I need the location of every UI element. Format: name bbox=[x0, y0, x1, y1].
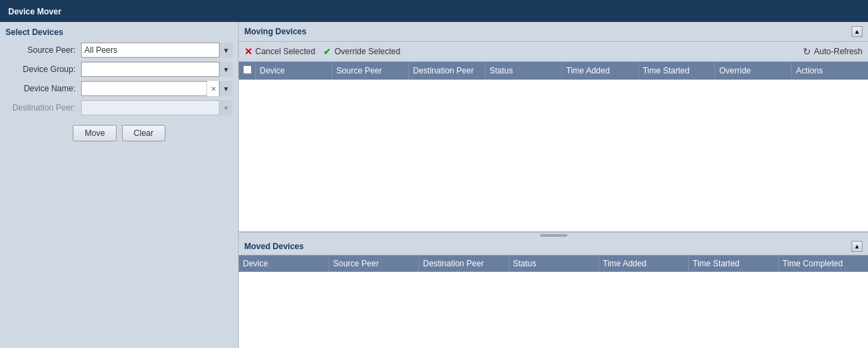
moved-devices-table-container: Device Source Peer Destination Peer Stat… bbox=[239, 255, 868, 348]
col-destination-peer: Destination Peer bbox=[408, 62, 485, 80]
moving-devices-table-header: Device Source Peer Destination Peer Stat… bbox=[239, 62, 868, 80]
moved-devices-table-header: Device Source Peer Destination Peer Stat… bbox=[239, 255, 868, 272]
destination-peer-input bbox=[81, 100, 233, 115]
col-override: Override bbox=[715, 62, 792, 80]
clear-button[interactable]: Clear bbox=[122, 125, 165, 141]
device-name-label: Device Name: bbox=[5, 84, 81, 93]
auto-refresh-button[interactable]: ↻ Auto-Refresh bbox=[803, 46, 863, 57]
select-all-checkbox[interactable] bbox=[243, 65, 252, 74]
left-panel: Select Devices Source Peer: All Peers ▼ … bbox=[0, 22, 239, 348]
source-peer-select[interactable]: All Peers bbox=[81, 43, 233, 58]
source-peer-row: Source Peer: All Peers ▼ bbox=[5, 43, 233, 58]
app-title-bar: Device Mover bbox=[0, 0, 868, 22]
override-selected-button[interactable]: ✔ Override Selected bbox=[323, 46, 400, 57]
device-group-select-wrapper: ▼ bbox=[81, 62, 233, 77]
toolbar-left: ✕ Cancel Selected ✔ Override Selected bbox=[244, 46, 400, 57]
moving-devices-collapse-btn[interactable]: ▲ bbox=[852, 26, 863, 37]
moving-devices-section: Moving Devices ▲ ✕ Cancel Selected ✔ Ove… bbox=[239, 22, 868, 233]
moved-col-device: Device bbox=[239, 255, 329, 272]
cancel-selected-icon: ✕ bbox=[244, 46, 253, 57]
moved-col-source-peer: Source Peer bbox=[329, 255, 419, 272]
col-device: Device bbox=[255, 62, 332, 80]
moved-devices-section: Moved Devices ▲ Device Source Peer Desti… bbox=[239, 238, 868, 348]
move-button[interactable]: Move bbox=[73, 125, 116, 141]
device-group-select[interactable] bbox=[81, 62, 233, 77]
moving-devices-header: Moving Devices ▲ bbox=[239, 22, 868, 42]
moving-devices-title: Moving Devices bbox=[244, 27, 307, 36]
app-title: Device Mover bbox=[8, 7, 61, 16]
destination-peer-select-wrapper: ▼ bbox=[81, 100, 233, 115]
device-name-icons: ✕ ▼ bbox=[207, 81, 233, 96]
moved-devices-header: Moved Devices ▲ bbox=[239, 238, 868, 255]
cancel-selected-label: Cancel Selected bbox=[255, 47, 315, 56]
toolbar-right: ↻ Auto-Refresh bbox=[803, 46, 863, 57]
moved-col-status: Status bbox=[508, 255, 598, 272]
right-panel: Moving Devices ▲ ✕ Cancel Selected ✔ Ove… bbox=[239, 22, 868, 348]
override-selected-icon: ✔ bbox=[323, 46, 331, 57]
select-all-col bbox=[239, 62, 255, 80]
device-group-row: Device Group: ▼ bbox=[5, 62, 233, 77]
device-name-input-wrapper: ✕ ▼ bbox=[81, 81, 233, 96]
moved-col-destination-peer: Destination Peer bbox=[419, 255, 508, 272]
select-devices-title: Select Devices bbox=[5, 27, 233, 37]
destination-peer-label: Destination Peer: bbox=[5, 103, 81, 113]
auto-refresh-icon: ↻ bbox=[803, 46, 811, 57]
source-peer-label: Source Peer: bbox=[5, 45, 81, 55]
divider-handle bbox=[540, 234, 567, 237]
device-name-dropdown-icon[interactable]: ▼ bbox=[219, 81, 233, 96]
moved-devices-collapse-btn[interactable]: ▲ bbox=[852, 241, 863, 252]
moved-col-time-completed: Time Completed bbox=[778, 255, 868, 272]
device-group-label: Device Group: bbox=[5, 65, 81, 74]
moving-devices-toolbar: ✕ Cancel Selected ✔ Override Selected ↻ … bbox=[239, 42, 868, 62]
cancel-selected-button[interactable]: ✕ Cancel Selected bbox=[244, 46, 315, 57]
col-status: Status bbox=[485, 62, 562, 80]
auto-refresh-label: Auto-Refresh bbox=[814, 47, 863, 56]
moved-devices-table: Device Source Peer Destination Peer Stat… bbox=[239, 255, 868, 272]
col-time-started: Time Started bbox=[638, 62, 715, 80]
moving-devices-table-container: Device Source Peer Destination Peer Stat… bbox=[239, 62, 868, 231]
col-actions: Actions bbox=[791, 62, 868, 80]
moved-col-time-started: Time Started bbox=[688, 255, 778, 272]
panel-divider[interactable] bbox=[239, 233, 868, 238]
override-selected-label: Override Selected bbox=[334, 47, 400, 56]
device-name-clear-icon[interactable]: ✕ bbox=[207, 81, 219, 96]
col-time-added: Time Added bbox=[562, 62, 639, 80]
col-source-peer: Source Peer bbox=[332, 62, 409, 80]
moving-devices-table: Device Source Peer Destination Peer Stat… bbox=[239, 62, 868, 80]
main-layout: Select Devices Source Peer: All Peers ▼ … bbox=[0, 22, 868, 348]
moved-devices-title: Moved Devices bbox=[244, 242, 304, 251]
moved-col-time-added: Time Added bbox=[598, 255, 688, 272]
source-peer-select-wrapper: All Peers ▼ bbox=[81, 43, 233, 58]
destination-peer-row: Destination Peer: ▼ bbox=[5, 100, 233, 115]
action-buttons: Move Clear bbox=[5, 125, 233, 141]
device-name-row: Device Name: ✕ ▼ bbox=[5, 81, 233, 96]
